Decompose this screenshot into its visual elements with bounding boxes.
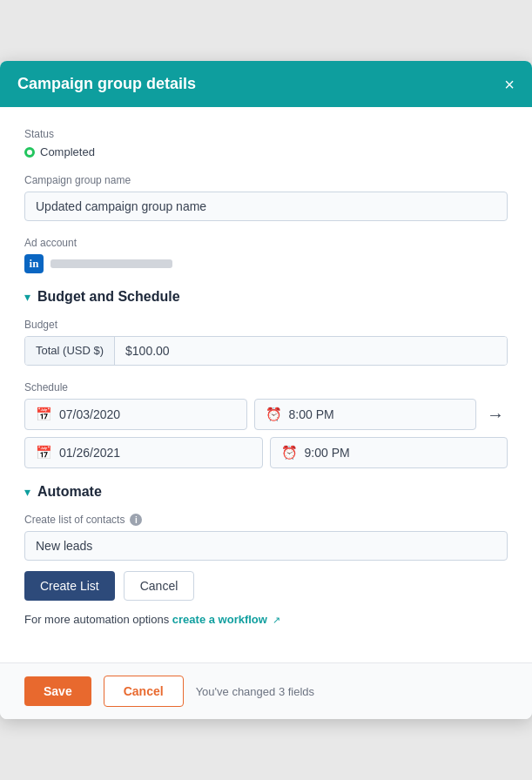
budget-row: Total (USD $) <box>24 336 508 366</box>
create-list-label-row: Create list of contacts i <box>24 514 508 526</box>
schedule-label: Schedule <box>24 381 508 393</box>
footer-cancel-button[interactable]: Cancel <box>104 676 184 707</box>
budget-label: Budget <box>24 319 508 331</box>
create-list-button[interactable]: Create List <box>24 571 115 601</box>
start-time-value: 8:00 PM <box>289 407 334 421</box>
new-leads-input[interactable] <box>24 531 508 561</box>
create-list-cancel-button[interactable]: Cancel <box>124 571 195 601</box>
automate-chevron-icon: ▾ <box>24 485 30 499</box>
clock-end-icon: ⏰ <box>281 445 298 461</box>
campaign-group-name-input[interactable] <box>24 192 508 221</box>
budget-input[interactable] <box>115 337 507 365</box>
ad-account-row: in <box>24 254 508 273</box>
end-date-value: 01/26/2021 <box>59 446 120 460</box>
clock-icon: ⏰ <box>266 407 282 422</box>
schedule-field: Schedule 📅 07/03/2020 ⏰ 8:00 PM → 📅 01/2… <box>24 381 508 468</box>
end-time-value: 9:00 PM <box>305 446 350 460</box>
close-button[interactable]: × <box>504 76 515 93</box>
ad-account-field: Ad account in <box>24 237 508 273</box>
schedule-end-row: 📅 01/26/2021 ⏰ 9:00 PM <box>24 437 508 468</box>
status-dot-icon <box>24 147 35 158</box>
automation-footer: For more automation options create a wor… <box>24 613 508 626</box>
schedule-arrow-icon: → <box>483 405 508 425</box>
status-field: Status Completed <box>24 128 508 158</box>
budget-field: Budget Total (USD $) <box>24 319 508 366</box>
schedule-start-row: 📅 07/03/2020 ⏰ 8:00 PM → <box>24 399 508 430</box>
automate-title: Automate <box>37 484 102 500</box>
changed-fields-text: You've changed 3 fields <box>196 685 314 698</box>
ad-account-label: Ad account <box>24 237 508 249</box>
info-icon: i <box>130 514 142 526</box>
create-list-field: Create list of contacts i Create List Ca… <box>24 514 508 626</box>
budget-schedule-title: Budget and Schedule <box>37 289 180 305</box>
end-time-input[interactable]: ⏰ 9:00 PM <box>270 437 508 468</box>
save-button[interactable]: Save <box>24 676 91 706</box>
campaign-group-name-label: Campaign group name <box>24 174 508 186</box>
ad-account-blur <box>51 259 172 268</box>
modal-header: Campaign group details × <box>0 61 532 107</box>
calendar-end-icon: 📅 <box>36 445 52 461</box>
modal-title: Campaign group details <box>17 75 196 93</box>
create-list-button-row: Create List Cancel <box>24 571 508 601</box>
linkedin-icon: in <box>24 254 44 273</box>
status-label: Status <box>24 128 508 140</box>
automate-section-header[interactable]: ▾ Automate <box>24 484 508 500</box>
start-date-input[interactable]: 📅 07/03/2020 <box>24 399 247 430</box>
budget-schedule-section-header[interactable]: ▾ Budget and Schedule <box>24 289 508 305</box>
modal-body: Status Completed Campaign group name Ad … <box>0 107 532 662</box>
status-value: Completed <box>40 145 95 158</box>
status-row: Completed <box>24 145 508 158</box>
modal-footer: Save Cancel You've changed 3 fields <box>0 662 532 719</box>
automation-footer-text: For more automation options <box>24 613 169 626</box>
campaign-group-details-modal: Campaign group details × Status Complete… <box>0 61 532 719</box>
budget-schedule-chevron-icon: ▾ <box>24 290 30 304</box>
start-time-input[interactable]: ⏰ 8:00 PM <box>254 399 477 430</box>
budget-type-label: Total (USD $) <box>25 337 115 365</box>
external-link-icon: ↗ <box>273 615 280 625</box>
create-workflow-link[interactable]: create a workflow <box>172 613 267 626</box>
end-date-input[interactable]: 📅 01/26/2021 <box>24 437 263 468</box>
start-date-value: 07/03/2020 <box>59 407 120 421</box>
calendar-icon: 📅 <box>36 407 52 422</box>
campaign-group-name-field: Campaign group name <box>24 174 508 221</box>
create-list-label-text: Create list of contacts <box>24 514 125 526</box>
